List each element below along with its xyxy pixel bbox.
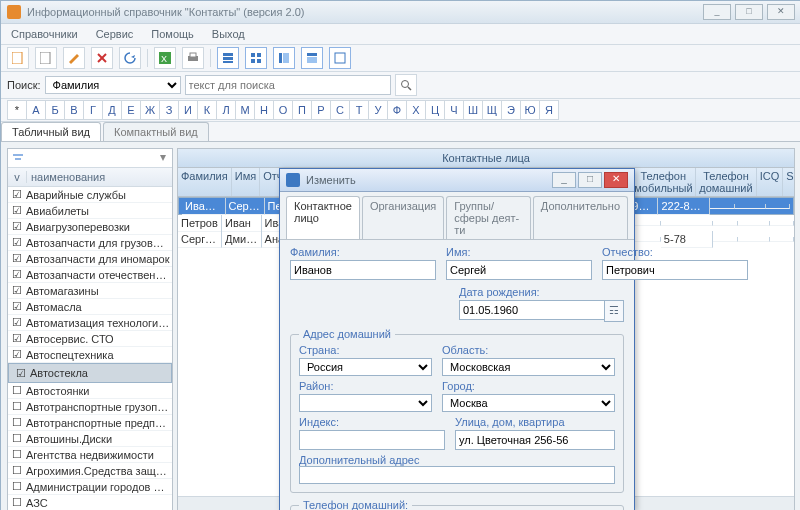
- checkbox-icon[interactable]: ☑: [8, 188, 26, 201]
- menu-spravochniki[interactable]: Справочники: [11, 28, 78, 40]
- checkbox-icon[interactable]: ☑: [8, 220, 26, 233]
- checkbox-icon[interactable]: ☑: [12, 367, 30, 380]
- tab-organization[interactable]: Организация: [362, 196, 444, 239]
- input-index[interactable]: [299, 430, 445, 450]
- alpha-О[interactable]: О: [273, 100, 293, 120]
- sidebar-filter-icon[interactable]: [12, 153, 24, 163]
- input-dob[interactable]: [459, 300, 604, 320]
- checkbox-icon[interactable]: ☐: [8, 416, 26, 429]
- search-field-select[interactable]: Фамилия: [45, 76, 181, 94]
- list-item[interactable]: ☑Автостекла: [8, 363, 172, 383]
- alpha-К[interactable]: К: [197, 100, 217, 120]
- list-item[interactable]: ☐Агрохимия.Средства защиты раст: [8, 463, 172, 479]
- alpha-Ж[interactable]: Ж: [140, 100, 160, 120]
- tab-contact-person[interactable]: Контактное лицо: [286, 196, 360, 239]
- alpha-Я[interactable]: Я: [539, 100, 559, 120]
- list-item[interactable]: ☐Администрации городов Алтайско: [8, 479, 172, 495]
- checkbox-icon[interactable]: ☐: [8, 480, 26, 493]
- column-header[interactable]: Имя: [232, 168, 260, 196]
- tool-view4-icon[interactable]: [301, 47, 323, 69]
- checkbox-icon[interactable]: ☑: [8, 348, 26, 361]
- close-button[interactable]: ✕: [767, 4, 795, 20]
- list-item[interactable]: ☐АЗС: [8, 495, 172, 510]
- checkbox-icon[interactable]: ☐: [8, 400, 26, 413]
- search-input[interactable]: [185, 75, 391, 95]
- alpha-З[interactable]: З: [159, 100, 179, 120]
- checkbox-icon[interactable]: ☐: [8, 448, 26, 461]
- alpha-М[interactable]: М: [235, 100, 255, 120]
- alpha-Т[interactable]: Т: [349, 100, 369, 120]
- list-item[interactable]: ☑Автомагазины: [8, 283, 172, 299]
- column-header[interactable]: Фамилия: [178, 168, 232, 196]
- menu-exit[interactable]: Выход: [212, 28, 245, 40]
- list-item[interactable]: ☐Автотранспортные грузоперевозки: [8, 399, 172, 415]
- checkbox-icon[interactable]: ☐: [8, 384, 26, 397]
- list-item[interactable]: ☑Автозапчасти отечественные: [8, 267, 172, 283]
- alpha-Г[interactable]: Г: [83, 100, 103, 120]
- checkbox-icon[interactable]: ☑: [8, 268, 26, 281]
- tab-table-view[interactable]: Табличный вид: [1, 122, 101, 141]
- list-item[interactable]: ☑Автозапчасти для грузовых автом: [8, 235, 172, 251]
- alpha-П[interactable]: П: [292, 100, 312, 120]
- tool-new2-icon[interactable]: [35, 47, 57, 69]
- column-header[interactable]: Skype: [783, 168, 795, 196]
- input-patronymic[interactable]: [602, 260, 748, 280]
- tab-compact-view[interactable]: Компактный вид: [103, 122, 209, 141]
- tool-refresh-icon[interactable]: [119, 47, 141, 69]
- alpha-Д[interactable]: Д: [102, 100, 122, 120]
- dialog-maximize-button[interactable]: □: [578, 172, 602, 188]
- input-lastname[interactable]: [290, 260, 436, 280]
- select-region[interactable]: Московская: [442, 358, 615, 376]
- select-country[interactable]: Россия: [299, 358, 432, 376]
- alpha-Б[interactable]: Б: [45, 100, 65, 120]
- list-item[interactable]: ☑Автоматизация технологических п: [8, 315, 172, 331]
- list-item[interactable]: ☑Авиабилеты: [8, 203, 172, 219]
- list-item[interactable]: ☑Автоспецтехника: [8, 347, 172, 363]
- alpha-С[interactable]: С: [330, 100, 350, 120]
- alpha-Ш[interactable]: Ш: [463, 100, 483, 120]
- menu-service[interactable]: Сервис: [96, 28, 134, 40]
- sidebar-collapse-icon[interactable]: [158, 153, 168, 163]
- checkbox-icon[interactable]: ☑: [8, 284, 26, 297]
- checkbox-icon[interactable]: ☑: [8, 332, 26, 345]
- list-item[interactable]: ☑Аварийные службы: [8, 187, 172, 203]
- list-item[interactable]: ☐Автостоянки: [8, 383, 172, 399]
- alpha-Н[interactable]: Н: [254, 100, 274, 120]
- alpha-Ч[interactable]: Ч: [444, 100, 464, 120]
- select-city[interactable]: Москва: [442, 394, 615, 412]
- list-item[interactable]: ☑Авиагрузоперевозки: [8, 219, 172, 235]
- alpha-Е[interactable]: Е: [121, 100, 141, 120]
- alpha-Х[interactable]: Х: [406, 100, 426, 120]
- alpha-Ц[interactable]: Ц: [425, 100, 445, 120]
- alpha-А[interactable]: А: [26, 100, 46, 120]
- alpha-Щ[interactable]: Щ: [482, 100, 502, 120]
- checkbox-icon[interactable]: ☑: [8, 300, 26, 313]
- dialog-minimize-button[interactable]: _: [552, 172, 576, 188]
- list-item[interactable]: ☐Автошины.Диски: [8, 431, 172, 447]
- tool-new-icon[interactable]: [7, 47, 29, 69]
- tool-view1-icon[interactable]: [217, 47, 239, 69]
- list-item[interactable]: ☑Автосервис. СТО: [8, 331, 172, 347]
- dialog-close-button[interactable]: ✕: [604, 172, 628, 188]
- alpha-В[interactable]: В: [64, 100, 84, 120]
- list-item[interactable]: ☑Автозапчасти для иномарок: [8, 251, 172, 267]
- checkbox-icon[interactable]: ☑: [8, 236, 26, 249]
- tool-view3-icon[interactable]: [273, 47, 295, 69]
- alpha-Ф[interactable]: Ф: [387, 100, 407, 120]
- alpha-Э[interactable]: Э: [501, 100, 521, 120]
- alpha-И[interactable]: И: [178, 100, 198, 120]
- tool-print-icon[interactable]: [182, 47, 204, 69]
- sidebar-head-check[interactable]: v: [8, 171, 27, 183]
- column-header[interactable]: ICQ: [757, 168, 784, 196]
- column-header[interactable]: Телефон мобильный: [631, 168, 696, 196]
- checkbox-icon[interactable]: ☑: [8, 252, 26, 265]
- tab-additional[interactable]: Дополнительно: [533, 196, 628, 239]
- tool-view5-icon[interactable]: [329, 47, 351, 69]
- checkbox-icon[interactable]: ☐: [8, 464, 26, 477]
- input-firstname[interactable]: [446, 260, 592, 280]
- list-item[interactable]: ☐Автотранспортные предприятия: [8, 415, 172, 431]
- tool-edit-icon[interactable]: [63, 47, 85, 69]
- select-district[interactable]: [299, 394, 432, 412]
- sidebar-head-name[interactable]: наименования: [27, 171, 172, 183]
- tool-delete-icon[interactable]: [91, 47, 113, 69]
